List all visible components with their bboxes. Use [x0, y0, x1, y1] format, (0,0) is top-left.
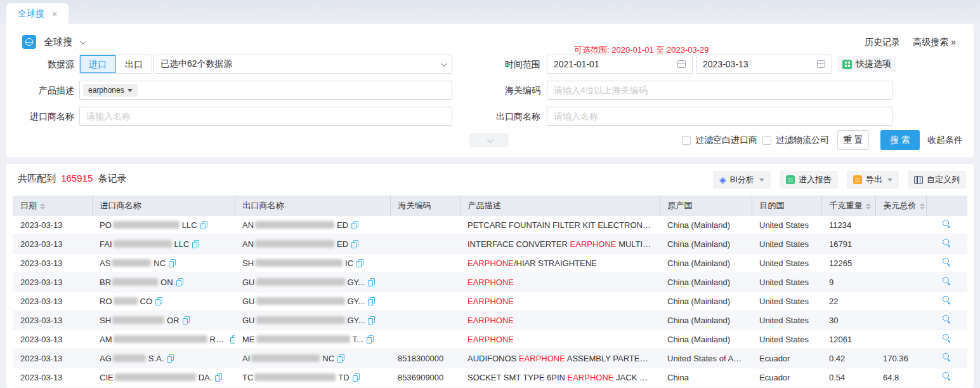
- sort-icon[interactable]: [920, 203, 925, 210]
- search-detail-icon[interactable]: [943, 353, 951, 362]
- filter-logistics-checkbox-group[interactable]: 过滤物流公司: [762, 135, 829, 146]
- cell-date: 2023-03-13: [13, 216, 92, 235]
- header-origin-country: 原产国: [660, 196, 752, 216]
- panel-title-row[interactable]: 全球搜: [22, 35, 84, 49]
- importer-name-input[interactable]: [86, 111, 445, 121]
- bi-analysis-button[interactable]: ◈ BI分析: [713, 171, 771, 189]
- results-panel: 共匹配到 165915 条记录 ◈ BI分析 进入报告 导出 自定义列: [6, 164, 974, 388]
- copy-icon[interactable]: [353, 373, 359, 381]
- search-detail-icon[interactable]: [943, 258, 951, 267]
- table-row[interactable]: 2023-03-13 POLLC ANED PETCARE FOUNTAIN F…: [13, 216, 967, 235]
- cell-importer: ASNC: [92, 254, 235, 273]
- header-date[interactable]: 日期: [13, 196, 92, 216]
- cell-origin-country: United States of America: [660, 349, 752, 368]
- sort-icon[interactable]: [866, 203, 871, 210]
- quick-options-button[interactable]: 快捷选项: [837, 56, 896, 72]
- cell-importer: AMRP...: [92, 330, 235, 349]
- date-to-input[interactable]: 2023-03-13: [696, 55, 832, 74]
- copy-icon[interactable]: [368, 278, 374, 286]
- copy-icon[interactable]: [167, 354, 173, 362]
- copy-icon[interactable]: [356, 259, 363, 267]
- advanced-search-link[interactable]: 高级搜索 »: [913, 37, 956, 48]
- table-row[interactable]: 2023-03-13 SHOR GUGY... EARPHONE China (…: [13, 311, 967, 330]
- table-row[interactable]: 2023-03-13 AMRP... MET... EARPHONE China…: [13, 330, 967, 349]
- cell-date: 2023-03-13: [13, 330, 92, 349]
- checkbox-logistics[interactable]: [762, 136, 771, 145]
- cell-hs-code: [390, 330, 460, 349]
- checkbox-blank-importer[interactable]: [682, 136, 691, 145]
- enter-report-button[interactable]: 进入报告: [780, 171, 838, 189]
- cell-exporter: GUGY...: [235, 311, 390, 330]
- cell-date: 2023-03-13: [13, 273, 92, 292]
- history-link[interactable]: 历史记录: [865, 37, 900, 48]
- table-row[interactable]: 2023-03-13 ASNC SHIC EARPHONE/HIAR STRAI…: [13, 254, 967, 273]
- importer-name: BRON: [100, 278, 173, 287]
- tab-global-search[interactable]: 全球搜 ×: [6, 3, 69, 24]
- importer-name: ASNC: [100, 258, 166, 268]
- cell-weight: 30: [821, 311, 875, 330]
- product-desc-field[interactable]: earphones: [79, 81, 452, 100]
- filter-blank-importer-checkbox-group[interactable]: 过滤空白进口商: [682, 135, 757, 146]
- search-button[interactable]: 搜索: [880, 130, 920, 150]
- copy-icon[interactable]: [337, 354, 344, 362]
- collapse-conditions-link[interactable]: 收起条件: [927, 135, 963, 146]
- reset-button[interactable]: 重置: [837, 130, 869, 150]
- product-desc-tag[interactable]: earphones: [83, 84, 138, 97]
- copy-icon[interactable]: [368, 316, 374, 324]
- header-usd-total[interactable]: 美元总价: [875, 196, 926, 216]
- search-detail-icon[interactable]: [943, 296, 951, 305]
- header-weight-kg[interactable]: 千克重量: [821, 196, 875, 216]
- search-detail-icon[interactable]: [943, 220, 951, 229]
- copy-icon[interactable]: [367, 335, 373, 343]
- exporter-name: ANED: [242, 239, 348, 249]
- custom-columns-button[interactable]: 自定义列: [908, 171, 966, 189]
- cell-weight: 22: [821, 292, 875, 311]
- table-row[interactable]: 2023-03-13 CIEDA. TCTD 8536909000 SOCKET…: [13, 368, 967, 387]
- toggle-import[interactable]: 进口: [80, 55, 115, 73]
- copy-icon[interactable]: [230, 335, 235, 343]
- copy-icon[interactable]: [200, 221, 207, 229]
- search-detail-icon[interactable]: [943, 277, 951, 286]
- copy-icon[interactable]: [368, 297, 374, 305]
- match-count: 165915: [61, 173, 93, 184]
- cell-weight: 0.42: [821, 349, 875, 368]
- search-detail-icon[interactable]: [943, 334, 951, 343]
- calendar-icon: [677, 60, 686, 68]
- copy-icon[interactable]: [155, 297, 162, 305]
- search-detail-icon[interactable]: [943, 372, 951, 381]
- table-row[interactable]: 2023-03-13 AGS.A. AINC 8518300000 AUDIFO…: [13, 349, 967, 368]
- cell-origin-country: China (Mainland): [660, 216, 752, 235]
- sort-icon[interactable]: [40, 203, 45, 210]
- search-detail-icon[interactable]: [943, 315, 951, 324]
- table-row[interactable]: 2023-03-13 BRON GUGY... EARPHONE China (…: [13, 273, 967, 292]
- search-detail-icon[interactable]: [943, 239, 951, 248]
- cell-date: 2023-03-13: [13, 368, 92, 387]
- export-button[interactable]: 导出: [847, 171, 899, 189]
- exporter-name-input[interactable]: [554, 111, 885, 121]
- toggle-export[interactable]: 出口: [115, 55, 152, 73]
- cell-date: 2023-03-13: [13, 235, 92, 254]
- hs-code-input[interactable]: [554, 85, 885, 95]
- exporter-name: TCTD: [242, 373, 350, 382]
- cell-action: [926, 273, 967, 292]
- copy-icon[interactable]: [351, 240, 358, 248]
- copy-icon[interactable]: [183, 316, 189, 324]
- cell-weight: 12265: [821, 254, 875, 273]
- date-from-input[interactable]: 2021-01-01: [547, 55, 693, 74]
- cell-value: [875, 254, 926, 273]
- expand-more-pill[interactable]: [469, 133, 509, 147]
- copy-icon[interactable]: [351, 221, 358, 229]
- data-source-select[interactable]: 已选中62个数据源: [154, 55, 452, 74]
- top-links: 历史记录 高级搜索 »: [865, 37, 956, 48]
- copy-icon[interactable]: [215, 373, 221, 381]
- cell-action: [926, 349, 967, 368]
- copy-icon[interactable]: [192, 240, 199, 248]
- cell-exporter: GUGY...: [235, 292, 390, 311]
- copy-icon[interactable]: [169, 259, 175, 267]
- exporter-name: MET...: [242, 335, 363, 344]
- tab-close-icon[interactable]: ×: [52, 10, 57, 18]
- cell-weight: 11234: [821, 216, 875, 235]
- copy-icon[interactable]: [176, 278, 183, 286]
- table-row[interactable]: 2023-03-13 ROCO GUGY... EARPHONE China (…: [13, 292, 967, 311]
- table-row[interactable]: 2023-03-13 FAILLC ANED INTERFACE CONVERT…: [13, 235, 967, 254]
